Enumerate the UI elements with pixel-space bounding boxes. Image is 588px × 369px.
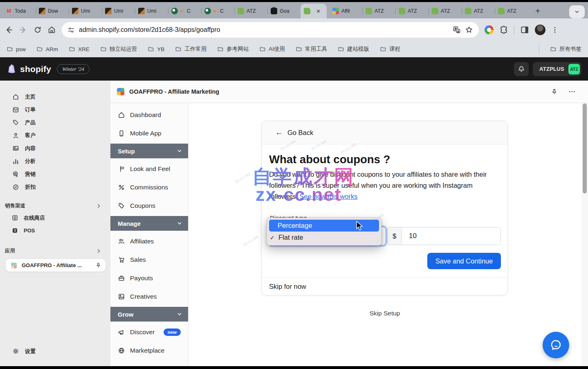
bookmark-folder[interactable]: 参考网站 (217, 45, 249, 53)
app-nav-section-grow[interactable]: Grow (110, 307, 188, 322)
sidebar-item-products[interactable]: 产品 (0, 116, 110, 129)
app-nav-dashboard[interactable]: Dashboard (110, 106, 188, 124)
tag-icon (118, 202, 125, 209)
app-nav-sales[interactable]: Sales (110, 250, 188, 269)
bookmarks-bar: psw ARm XRE 独立站运营 YB 工作常用 参考网站 AI使用 常用工具… (0, 41, 588, 57)
site-settings-icon[interactable] (67, 26, 75, 34)
forward-icon[interactable] (19, 25, 28, 34)
browser-tab[interactable]: ATZ (429, 4, 462, 18)
reload-icon[interactable] (34, 26, 42, 34)
book-icon (39, 8, 45, 14)
shopify-icon (465, 8, 471, 14)
chat-widget-button[interactable] (543, 332, 569, 358)
app-nav-commissions[interactable]: Commissions (110, 178, 188, 196)
shopify-logo[interactable]: shopify (7, 63, 51, 74)
app-nav-mobile-app[interactable]: Mobile App (110, 124, 188, 142)
content-scrollbar-thumb[interactable] (583, 104, 587, 194)
bookmark-star-icon[interactable] (465, 26, 473, 34)
browser-tab[interactable]: ATZ (362, 4, 395, 18)
card-description: Do you want to give discount coupons to … (269, 169, 499, 202)
save-and-continue-button[interactable]: Save and Continue (427, 253, 501, 269)
bookmark-folder[interactable]: psw (7, 46, 26, 52)
see-how-link[interactable]: See how this works (299, 193, 357, 200)
discount-value-input[interactable] (402, 227, 500, 245)
percent-icon (118, 184, 125, 191)
shopify-icon (399, 8, 405, 14)
sidebar-section-apps[interactable]: 应用 (0, 245, 110, 256)
app-nav-creatives[interactable]: Creatives (110, 287, 188, 306)
app-nav-marketplace[interactable]: Marketplace (110, 341, 188, 360)
extensions-puzzle-icon[interactable] (499, 25, 508, 34)
bookmark-folder[interactable]: 常用工具 (296, 45, 327, 53)
pin-icon[interactable] (551, 88, 558, 95)
browser-tab[interactable]: Goa (267, 4, 301, 18)
bookmark-folder[interactable]: 独立站运营 (100, 45, 137, 53)
browser-tab[interactable]: ATZ (395, 4, 429, 18)
browser-tab[interactable]: Umi (135, 4, 168, 18)
browser-tab[interactable]: Affil (329, 4, 362, 18)
close-icon[interactable]: ✕ (316, 8, 321, 14)
sidebar-item-discounts[interactable]: 折扣 (0, 181, 110, 194)
menu-dots-icon[interactable] (551, 26, 559, 34)
sidebar-item-online-store[interactable]: 在线商店 (0, 212, 110, 224)
browser-tab[interactable]: ATZ (495, 4, 528, 18)
release-badge[interactable]: Winter '24 (57, 64, 90, 74)
bookmark-folder[interactable]: YB (148, 46, 164, 52)
translate-icon[interactable] (453, 26, 461, 34)
app-nav-look-and-feel[interactable]: Look and Feel (110, 160, 188, 178)
notifications-button[interactable] (514, 62, 529, 76)
sidebar-item-orders[interactable]: 订单 (0, 104, 110, 117)
browser-tab[interactable]: Umi (69, 4, 102, 18)
app-nav-section-setup[interactable]: Setup (110, 144, 188, 158)
bookmark-folder[interactable]: ARm (36, 46, 58, 52)
all-bookmarks[interactable]: 所有书签 (550, 45, 581, 53)
app-nav-discover[interactable]: Discover new (110, 323, 188, 341)
analytics-icon (12, 158, 19, 165)
browser-tab[interactable]: MToda (2, 4, 36, 18)
sidebar-item-home[interactable]: 主页 (0, 90, 110, 104)
address-bar[interactable]: admin.shopify.com/store/2d1c68-3/apps/go… (62, 22, 479, 38)
side-panel-icon[interactable] (520, 25, 529, 34)
app-nav-affiliates[interactable]: Affiliates (110, 232, 188, 250)
bookmark-folder[interactable]: 建站模版 (338, 45, 369, 53)
app-nav-coupons[interactable]: Coupons (110, 196, 188, 215)
back-icon[interactable] (4, 25, 13, 34)
folder-icon (36, 46, 43, 52)
sidebar-item-goaffpro-app[interactable]: GOAFFPRO - Affiliate ... (6, 259, 105, 272)
sidebar-item-content[interactable]: 内容 (0, 142, 110, 155)
chevron-down-icon (574, 9, 580, 15)
app-nav-section-manage[interactable]: Manage (110, 216, 188, 231)
sidebar-item-customers[interactable]: 客户 (0, 129, 110, 142)
browser-profile-avatar[interactable] (535, 25, 545, 35)
app-nav-payouts[interactable]: Payouts (110, 269, 188, 287)
sidebar-item-analytics[interactable]: 分析 (0, 155, 110, 168)
browser-tab[interactable]: ATZ (462, 4, 495, 18)
browser-tab[interactable]: Umi (102, 4, 135, 18)
more-options-icon[interactable] (568, 88, 576, 95)
account-menu[interactable]: ATZPLUS ATZ (533, 62, 581, 76)
sidebar-item-pos[interactable]: POS (0, 224, 110, 237)
sidebar-item-settings[interactable]: 设置 (0, 345, 110, 358)
go-back-button[interactable]: ← Go Back (262, 121, 507, 144)
extension-logo-icon[interactable] (485, 25, 494, 34)
browser-tab-active[interactable]: ✕ (301, 4, 327, 18)
card-title: What about coupons ? (269, 153, 390, 166)
browser-tab[interactable]: ☛C (201, 4, 234, 18)
dropdown-option-flat-rate[interactable]: ✓ Flat rate (269, 232, 379, 243)
sidebar-section-sales-channels[interactable]: 销售渠道 (0, 200, 110, 212)
skip-setup-link[interactable]: Skip Setup (189, 310, 581, 317)
skip-for-now-link[interactable]: Skip for now (262, 277, 507, 295)
browser-tab[interactable]: ATZ (234, 4, 267, 18)
bookmark-folder[interactable]: XRE (69, 46, 90, 52)
new-tab-button[interactable]: + (532, 7, 543, 16)
sidebar-item-marketing[interactable]: 营销 (0, 168, 110, 181)
bookmark-folder[interactable]: AI使用 (259, 45, 285, 53)
home-icon[interactable] (47, 25, 56, 34)
tab-search-button[interactable] (569, 5, 585, 18)
store-icon (11, 214, 18, 221)
bookmark-folder[interactable]: 工作常用 (175, 45, 206, 53)
home-icon (118, 111, 125, 119)
browser-tab[interactable]: Dow (36, 4, 69, 18)
browser-tab[interactable]: ☛C (168, 4, 201, 18)
bookmark-folder[interactable]: 课程 (380, 45, 400, 53)
